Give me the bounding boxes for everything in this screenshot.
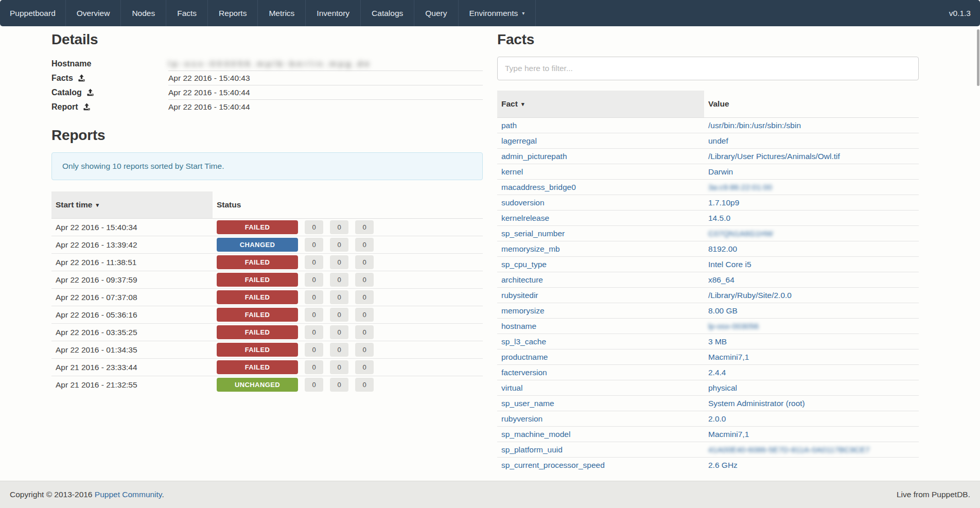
fact-name-link[interactable]: sp_user_name bbox=[501, 399, 554, 408]
fact-value-link[interactable]: 2.4.4 bbox=[708, 368, 726, 377]
fact-name-link[interactable]: sp_cpu_type bbox=[501, 260, 547, 269]
fact-name-cell: kernel bbox=[497, 164, 704, 180]
nav-item-facts[interactable]: Facts bbox=[166, 0, 208, 26]
fact-value-cell: System Administrator (root) bbox=[704, 396, 919, 411]
report-count-badge: 0 bbox=[330, 255, 348, 269]
fact-value-link[interactable]: 1.7.10p9 bbox=[708, 198, 739, 207]
upload-icon[interactable] bbox=[83, 103, 91, 111]
fact-name-cell: sp_current_processor_speed bbox=[497, 458, 704, 473]
report-status-cell: FAILED000 bbox=[213, 271, 483, 289]
upload-icon[interactable] bbox=[78, 74, 85, 82]
nav-item-metrics[interactable]: Metrics bbox=[258, 0, 306, 26]
report-status-badge[interactable]: FAILED bbox=[217, 273, 298, 287]
details-label: Facts bbox=[51, 71, 168, 85]
nav-item-reports[interactable]: Reports bbox=[208, 0, 258, 26]
fact-value-link[interactable]: C07QN1A6G1HW bbox=[708, 229, 773, 238]
report-count-badge: 0 bbox=[330, 273, 348, 287]
details-row: Hostnamelp-osx-003056.mplb-berlin.mpg.de bbox=[51, 57, 483, 71]
report-count-badge: 0 bbox=[330, 325, 348, 339]
fact-name-link[interactable]: path bbox=[501, 121, 517, 130]
fact-value-cell: /Library/Ruby/Site/2.0.0 bbox=[704, 288, 919, 303]
fact-value-cell: physical bbox=[704, 380, 919, 396]
nav-item-query[interactable]: Query bbox=[414, 0, 458, 26]
nav-item-overview[interactable]: Overview bbox=[66, 0, 121, 26]
report-status-badge[interactable]: FAILED bbox=[217, 255, 298, 269]
report-start-time: Apr 22 2016 - 03:35:25 bbox=[51, 324, 213, 341]
fact-value-link[interactable]: physical bbox=[708, 383, 737, 392]
fact-name-link[interactable]: sp_serial_number bbox=[501, 229, 565, 238]
fact-name-link[interactable]: lagerregal bbox=[501, 136, 537, 145]
report-status-badge[interactable]: FAILED bbox=[217, 290, 298, 304]
fact-value-link[interactable]: x86_64 bbox=[708, 275, 734, 284]
fact-value-link[interactable]: /Library/Ruby/Site/2.0.0 bbox=[708, 291, 792, 300]
fact-value-link[interactable]: Darwin bbox=[708, 167, 733, 176]
nav-item-inventory[interactable]: Inventory bbox=[306, 0, 361, 26]
fact-name-cell: path bbox=[497, 118, 704, 133]
fact-name-link[interactable]: sp_l3_cache bbox=[501, 337, 546, 346]
report-status-badge[interactable]: UNCHANGED bbox=[217, 378, 298, 392]
fact-value-link[interactable]: 14.5.0 bbox=[708, 214, 730, 222]
report-count-badge: 0 bbox=[355, 238, 374, 252]
fact-name-link[interactable]: virtual bbox=[501, 383, 522, 392]
fact-name-link[interactable]: productname bbox=[501, 353, 548, 361]
nav-item-environments[interactable]: Environments▾ bbox=[459, 0, 536, 26]
fact-name-link[interactable]: admin_picturepath bbox=[501, 152, 567, 161]
nav-item-catalogs[interactable]: Catalogs bbox=[361, 0, 414, 26]
puppet-community-link[interactable]: Puppet Community bbox=[95, 490, 162, 499]
details-label: Hostname bbox=[51, 57, 168, 71]
fact-name-link[interactable]: sp_platform_uuid bbox=[501, 445, 563, 454]
fact-name-link[interactable]: hostname bbox=[501, 322, 536, 330]
fact-value-cell: 8.00 GB bbox=[704, 303, 919, 319]
fact-name-link[interactable]: memorysize_mb bbox=[501, 244, 560, 253]
facts-column-fact[interactable]: Fact▾ bbox=[497, 91, 704, 118]
reports-column-status[interactable]: Status bbox=[213, 191, 483, 219]
fact-name-link[interactable]: macaddress_bridge0 bbox=[501, 183, 576, 191]
fact-name-link[interactable]: rubyversion bbox=[501, 414, 542, 423]
fact-value-link[interactable]: Intel Core i5 bbox=[708, 260, 751, 269]
fact-value-link[interactable]: Macmini7,1 bbox=[708, 430, 749, 439]
details-value-text: Apr 22 2016 - 15:40:43 bbox=[168, 74, 250, 82]
upload-icon[interactable] bbox=[86, 89, 94, 96]
report-status-badge[interactable]: FAILED bbox=[217, 360, 298, 374]
report-count-badge: 0 bbox=[305, 255, 323, 269]
details-label: Report bbox=[51, 100, 168, 114]
fact-row: sp_platform_uuid41A00E40-6086-5E7D-811A-… bbox=[497, 442, 919, 458]
report-status-badge[interactable]: FAILED bbox=[217, 308, 298, 322]
fact-value-link[interactable]: 2.6 GHz bbox=[708, 461, 738, 469]
report-status-badge[interactable]: FAILED bbox=[217, 343, 298, 357]
fact-row: memorysize8.00 GB bbox=[497, 303, 919, 319]
facts-column-value[interactable]: Value bbox=[704, 91, 919, 118]
fact-name-link[interactable]: rubysitedir bbox=[501, 291, 538, 300]
fact-value-link[interactable]: 8.00 GB bbox=[708, 306, 738, 315]
fact-value-link[interactable]: System Administrator (root) bbox=[708, 399, 805, 408]
fact-value-link[interactable]: 41A00E40-6086-5E7D-811A-0A0117BC9CE7 bbox=[708, 445, 870, 454]
report-status-badge[interactable]: FAILED bbox=[217, 220, 298, 234]
fact-name-link[interactable]: architecture bbox=[501, 275, 543, 284]
fact-value-link[interactable]: lp-osx-003056 bbox=[708, 322, 759, 330]
fact-name-link[interactable]: memorysize bbox=[501, 306, 545, 315]
report-status-badge[interactable]: CHANGED bbox=[217, 238, 298, 252]
fact-name-link[interactable]: kernelrelease bbox=[501, 214, 549, 222]
fact-name-link[interactable]: sp_current_processor_speed bbox=[501, 461, 605, 469]
scrollbar-thumb[interactable] bbox=[977, 29, 979, 86]
fact-name-link[interactable]: sp_machine_model bbox=[501, 430, 570, 439]
fact-value-link[interactable]: 8192.00 bbox=[708, 244, 737, 253]
fact-value-link[interactable]: 2.0.0 bbox=[708, 414, 726, 423]
report-status-badge[interactable]: FAILED bbox=[217, 325, 298, 339]
fact-value-link[interactable]: undef bbox=[708, 136, 728, 145]
report-row: Apr 22 2016 - 11:38:51FAILED000 bbox=[51, 254, 483, 271]
fact-value-link[interactable]: Macmini7,1 bbox=[708, 353, 749, 361]
fact-value-link[interactable]: 3a:c9:86:22:01:00 bbox=[708, 183, 772, 191]
reports-column-start-time[interactable]: Start time▾ bbox=[51, 191, 213, 219]
fact-name-link[interactable]: kernel bbox=[501, 167, 523, 176]
navbar-brand[interactable]: Puppetboard bbox=[0, 0, 66, 26]
fact-value-link[interactable]: 3 MB bbox=[708, 337, 727, 346]
fact-name-link[interactable]: sudoversion bbox=[501, 198, 545, 207]
nav-item-nodes[interactable]: Nodes bbox=[121, 0, 166, 26]
report-start-time: Apr 22 2016 - 11:38:51 bbox=[51, 254, 213, 271]
facts-filter-input[interactable] bbox=[497, 57, 919, 80]
fact-name-link[interactable]: facterversion bbox=[501, 368, 547, 377]
fact-value-link[interactable]: /usr/bin:/bin:/usr/sbin:/sbin bbox=[708, 121, 801, 130]
fact-value-link[interactable]: /Library/User Pictures/Animals/Owl.tif bbox=[708, 152, 840, 161]
fact-value-cell: Macmini7,1 bbox=[704, 349, 919, 365]
